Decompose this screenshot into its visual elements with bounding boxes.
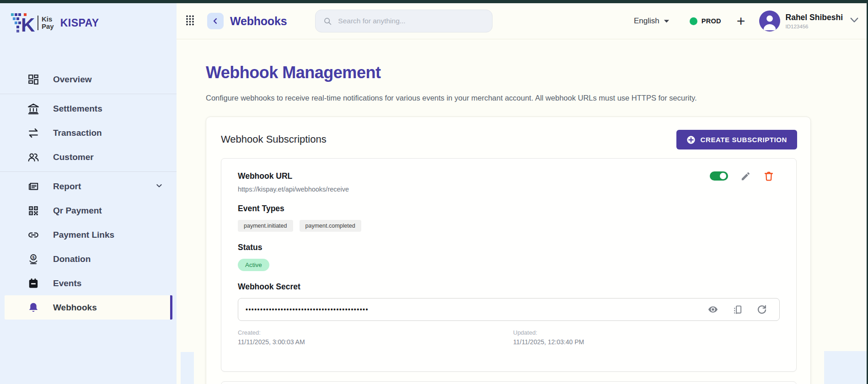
copy-secret-button[interactable] <box>732 304 743 315</box>
sidebar-item-label: Customer <box>53 152 94 162</box>
create-subscription-button[interactable]: CREATE SUBSCRIPTION <box>676 130 797 149</box>
env-status-dot <box>690 17 697 25</box>
sidebar-item-transaction[interactable]: Transaction <box>0 121 177 145</box>
profile-menu[interactable]: Rahel Shibeshi ID123456 <box>759 11 859 32</box>
header-right-cluster: English PROD + Rahel Shibeshi <box>634 11 859 32</box>
plus-circle-icon <box>686 135 696 144</box>
webhook-url-value: https://kispay.et/api/webhooks/receive <box>238 186 779 193</box>
sidebar-item-label: Webhooks <box>53 303 97 313</box>
env-label: PROD <box>702 17 721 25</box>
language-label: English <box>634 16 659 26</box>
sidebar-item-label: Qr Payment <box>53 206 102 216</box>
subscription-actions <box>710 171 774 181</box>
sidebar: K Kis Pay KISPAY Overview <box>0 3 177 384</box>
secret-masked-value: ••••••••••••••••••••••••••••••••••••••••… <box>246 306 369 313</box>
sidebar-item-webhooks[interactable]: Webhooks <box>5 295 172 320</box>
sidebar-divider <box>0 94 177 94</box>
search-bar[interactable] <box>315 10 493 32</box>
delete-button[interactable] <box>763 171 774 181</box>
sidebar-item-label: Overview <box>53 75 92 85</box>
link-icon <box>27 229 40 241</box>
brand-kis: Kis <box>42 16 54 23</box>
main-header: Webhooks English PROD + <box>177 3 867 39</box>
next-subscription-peek <box>221 381 797 384</box>
app-root: K Kis Pay KISPAY Overview <box>0 0 868 384</box>
sidebar-divider <box>0 171 177 172</box>
sidebar-item-donation[interactable]: $ Donation <box>0 247 177 271</box>
qr-code-icon <box>27 205 40 217</box>
copy-icon <box>732 304 743 315</box>
header-page-title: Webhooks <box>230 15 287 28</box>
brand-name: KISPAY <box>60 17 99 29</box>
status-badge: Active <box>238 259 269 271</box>
event-type-tag: payment.completed <box>300 220 361 232</box>
sidebar-item-events[interactable]: Events <box>0 271 177 295</box>
sidebar-item-label: Donation <box>53 254 91 264</box>
enable-toggle[interactable] <box>710 171 728 181</box>
report-icon <box>27 181 40 192</box>
event-types-label: Event Types <box>238 204 779 213</box>
card-title: Webhook Subscriptions <box>221 133 327 145</box>
created-value: 11/11/2025, 3:00:03 AM <box>238 338 513 346</box>
reveal-secret-button[interactable] <box>707 304 718 315</box>
transfer-arrows-icon <box>27 127 40 139</box>
updated-label: Updated: <box>513 329 584 336</box>
background-corner-right <box>824 351 867 384</box>
language-selector[interactable]: English <box>634 16 670 26</box>
brand-wordmark-small: Kis Pay <box>38 16 54 30</box>
bell-icon <box>27 302 40 314</box>
chevron-left-icon <box>211 17 220 25</box>
sidebar-item-settlements[interactable]: Settlements <box>0 96 177 121</box>
donation-icon: $ <box>27 253 40 265</box>
pencil-icon <box>740 171 751 181</box>
back-button[interactable] <box>207 13 224 29</box>
sidebar-item-payment-links[interactable]: Payment Links <box>0 223 177 247</box>
page-description: Configure webhooks to receive real-time … <box>206 94 697 102</box>
sidebar-item-label: Events <box>53 278 81 288</box>
updated-value: 11/11/2025, 12:03:40 PM <box>513 338 584 346</box>
event-type-tag: payment.initiated <box>238 220 293 232</box>
profile-text: Rahel Shibeshi ID123456 <box>786 13 843 29</box>
sidebar-item-customer[interactable]: Customer <box>0 145 177 169</box>
avatar <box>759 11 780 32</box>
status-label: Status <box>238 243 779 252</box>
background-corner-left <box>181 352 194 384</box>
bank-icon <box>27 103 40 115</box>
sidebar-item-label: Transaction <box>53 128 102 138</box>
secret-icon-group <box>707 304 767 315</box>
search-icon <box>323 16 332 26</box>
chevron-down-icon <box>849 17 859 25</box>
toggle-knob <box>720 173 726 179</box>
search-input[interactable] <box>338 17 475 25</box>
webhook-url-label: Webhook URL <box>238 171 292 181</box>
sidebar-item-label: Settlements <box>53 104 102 114</box>
edit-button[interactable] <box>740 171 751 181</box>
created-label: Created: <box>238 329 513 336</box>
sidebar-item-qr-payment[interactable]: Qr Payment <box>0 198 177 223</box>
sidebar-item-label: Payment Links <box>53 230 114 240</box>
create-subscription-label: CREATE SUBSCRIPTION <box>701 136 787 144</box>
page-title: Webhook Management <box>206 63 380 82</box>
caret-down-icon <box>664 19 670 23</box>
created-block: Created: 11/11/2025, 3:00:03 AM <box>238 329 513 346</box>
trash-icon <box>763 171 774 181</box>
updated-block: Updated: 11/11/2025, 12:03:40 PM <box>513 329 584 346</box>
app-launcher-icon[interactable] <box>186 15 194 28</box>
regenerate-secret-button[interactable] <box>756 304 767 315</box>
eye-icon <box>707 304 718 315</box>
refresh-icon <box>756 304 767 315</box>
environment-badge[interactable]: PROD <box>690 17 721 25</box>
sidebar-item-overview[interactable]: Overview <box>0 67 177 91</box>
add-button[interactable]: + <box>737 14 745 28</box>
webhook-subscriptions-card: Webhook Subscriptions CREATE SUBSCRIPTIO… <box>206 117 811 384</box>
sidebar-menu: Overview Settlements Transac <box>0 67 177 320</box>
sidebar-item-report[interactable]: Report <box>0 174 177 198</box>
webhook-secret-label: Webhook Secret <box>238 282 779 292</box>
subscription-item: Webhook URL <box>221 158 797 372</box>
svg-text:K: K <box>21 14 35 34</box>
brand-logo[interactable]: K Kis Pay KISPAY <box>10 11 99 34</box>
event-type-tags: payment.initiated payment.completed <box>238 220 779 232</box>
sidebar-item-label: Report <box>53 181 81 192</box>
dashboard-grid-icon <box>27 74 40 85</box>
calendar-icon <box>27 277 40 289</box>
